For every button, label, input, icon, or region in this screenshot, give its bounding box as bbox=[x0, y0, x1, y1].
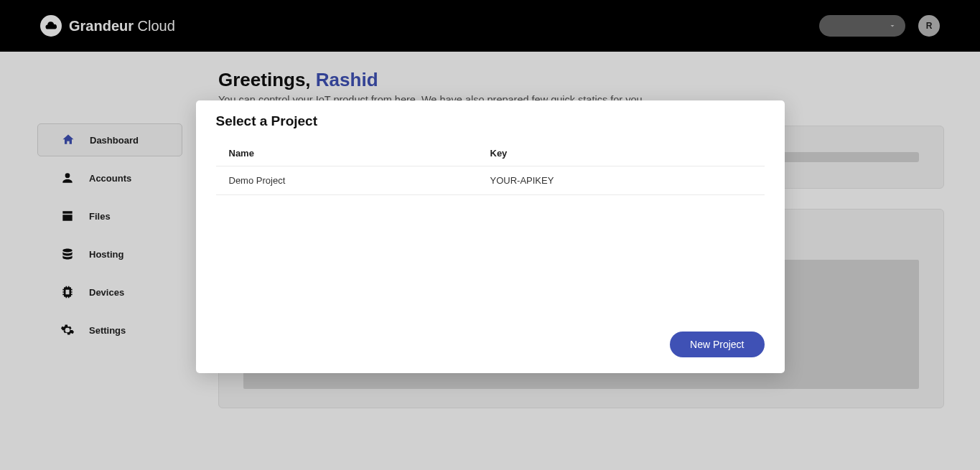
modal-title: Select a Project bbox=[216, 113, 765, 129]
project-key: YOUR-APIKEY bbox=[490, 175, 752, 186]
modal-footer: New Project bbox=[216, 327, 765, 357]
project-name: Demo Project bbox=[229, 175, 490, 186]
select-project-modal: Select a Project Name Key Demo Project Y… bbox=[196, 100, 785, 373]
new-project-button[interactable]: New Project bbox=[670, 332, 764, 357]
column-key: Key bbox=[490, 148, 752, 159]
table-header: Name Key bbox=[216, 141, 765, 166]
column-name: Name bbox=[229, 148, 490, 159]
modal-overlay[interactable]: Select a Project Name Key Demo Project Y… bbox=[0, 0, 980, 470]
table-row[interactable]: Demo Project YOUR-APIKEY bbox=[216, 166, 765, 195]
project-table: Name Key Demo Project YOUR-APIKEY bbox=[216, 141, 765, 327]
